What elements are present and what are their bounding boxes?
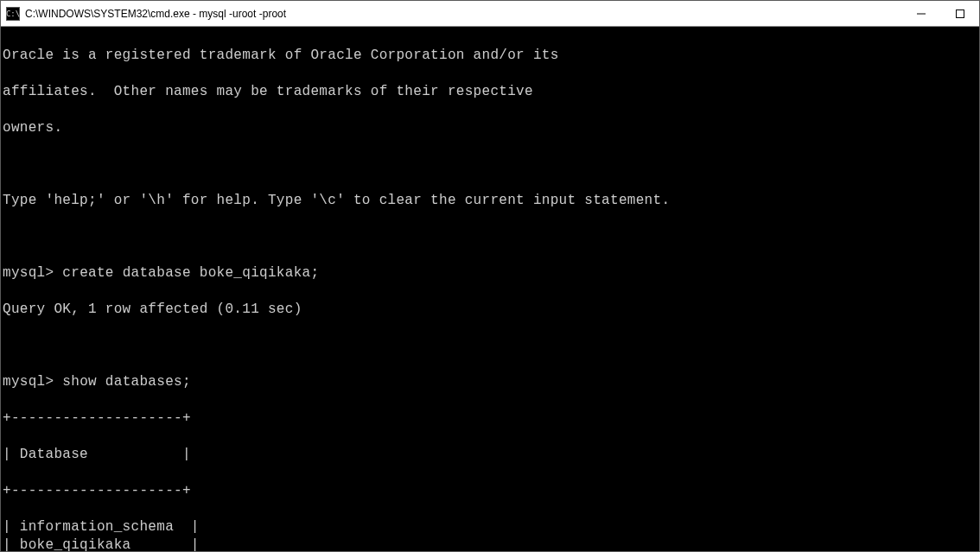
window-title: C:\WINDOWS\SYSTEM32\cmd.exe - mysql -uro… [25, 8, 901, 20]
cmd-icon: C:\ [6, 7, 20, 21]
window-controls [901, 1, 979, 26]
prompt: mysql> [3, 374, 54, 390]
table-border: +--------------------+ [3, 482, 977, 500]
terminal-output[interactable]: Oracle is a registered trademark of Orac… [1, 27, 979, 551]
maximize-button[interactable] [940, 1, 979, 26]
cmd-line: mysql> show databases; [3, 373, 977, 391]
cmd-text: create database boke_qiqikaka; [54, 265, 319, 281]
banner-line: Oracle is a registered trademark of Orac… [3, 47, 977, 65]
blank-line [3, 155, 977, 174]
banner-line: affiliates. Other names may be trademark… [3, 83, 977, 101]
table-header: | Database | [3, 446, 977, 464]
table-row: | information_schema | [3, 518, 977, 536]
cmd-text: show databases; [54, 374, 190, 390]
minimize-icon [917, 10, 926, 18]
cmd-window: C:\ C:\WINDOWS\SYSTEM32\cmd.exe - mysql … [0, 0, 980, 552]
result-line: Query OK, 1 row affected (0.11 sec) [3, 301, 977, 319]
blank-line [3, 228, 977, 246]
maximize-icon [956, 10, 964, 18]
banner-line: owners. [3, 119, 977, 137]
svg-rect-1 [956, 10, 964, 17]
cmd-line: mysql> create database boke_qiqikaka; [3, 264, 977, 282]
table-row: | boke_qiqikaka | [3, 536, 977, 551]
titlebar[interactable]: C:\ C:\WINDOWS\SYSTEM32\cmd.exe - mysql … [1, 1, 979, 27]
minimize-button[interactable] [901, 1, 940, 26]
blank-line [3, 337, 977, 355]
help-line: Type 'help;' or '\h' for help. Type '\c'… [3, 192, 977, 210]
table-border: +--------------------+ [3, 409, 977, 428]
prompt: mysql> [3, 265, 54, 281]
